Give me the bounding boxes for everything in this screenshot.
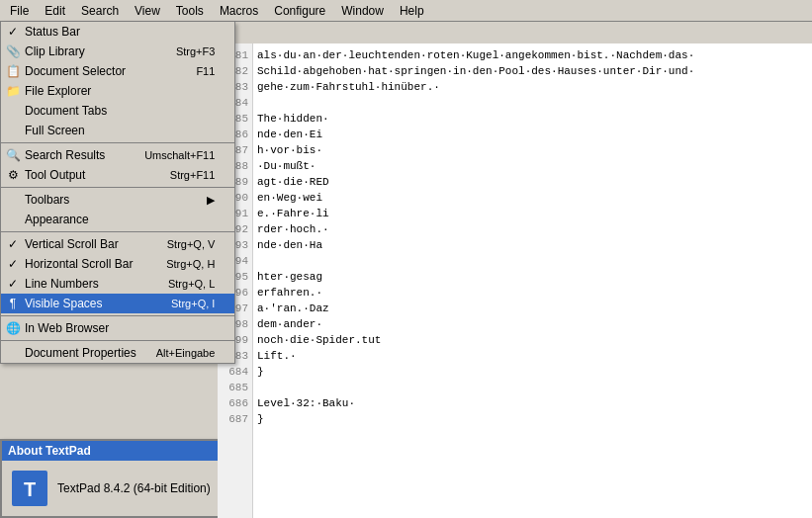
menu-window[interactable]: Window <box>333 2 392 20</box>
menubar: File Edit Search View Tools Macros Confi… <box>0 0 812 22</box>
menu-item-document-selector[interactable]: 📋 Document Selector F11 <box>1 61 234 81</box>
menu-sep-5 <box>1 340 234 341</box>
menu-shortcut: Strg+Q, L <box>168 278 215 290</box>
menu-shortcut: F11 <box>196 65 215 77</box>
editor-line: Schild·abgehoben·hat·springen·in·den·Poo… <box>257 63 808 79</box>
editor-line: nde·den·Ei <box>257 127 808 142</box>
editor-line: nde·den·Ha <box>257 237 808 253</box>
menu-item-label: Full Screen <box>25 124 85 137</box>
menu-item-label: Horizontal Scroll Bar <box>25 257 133 271</box>
view-dropdown-menu: ✓ Status Bar 📎 Clip Library Strg+F3 📋 Do… <box>0 22 235 364</box>
menu-item-label: Document Tabs <box>25 104 107 118</box>
menu-item-label: Appearance <box>25 213 89 226</box>
editor-line: agt·die·RED <box>257 174 808 190</box>
menu-item-document-properties[interactable]: Document Properties Alt+Eingabe <box>1 343 234 363</box>
editor-line: } <box>257 411 808 427</box>
doc-sel-icon: 📋 <box>5 63 21 79</box>
menu-item-label: File Explorer <box>25 84 91 98</box>
menu-sep-3 <box>1 231 234 232</box>
menu-item-label: In Web Browser <box>25 321 109 335</box>
menu-item-label: Search Results <box>25 148 105 162</box>
menu-item-label: Document Selector <box>25 64 126 78</box>
menu-item-visible-spaces[interactable]: ¶ Visible Spaces Strg+Q, I <box>1 294 234 313</box>
tool-output-icon: ⚙ <box>5 167 21 183</box>
check-icon: ✓ <box>5 256 21 272</box>
editor-line <box>257 253 808 269</box>
check-icon: ✓ <box>5 24 21 40</box>
browser-icon: 🌐 <box>5 320 21 336</box>
search-results-icon: 🔍 <box>5 147 21 163</box>
menu-sep-1 <box>1 142 234 143</box>
svg-text:T: T <box>24 478 36 500</box>
editor-area: 6816826836846856866876886896906916926936… <box>218 43 812 518</box>
editor-line <box>257 380 808 395</box>
menu-shortcut: Strg+Q, H <box>166 258 215 270</box>
menu-configure[interactable]: Configure <box>266 2 333 20</box>
menu-shortcut: Strg+Q, V <box>167 238 216 250</box>
check-icon: ✓ <box>5 236 21 252</box>
menu-item-line-numbers[interactable]: ✓ Line Numbers Strg+Q, L <box>1 274 234 294</box>
editor-line: e.·Fahre·li <box>257 206 808 221</box>
menu-help[interactable]: Help <box>392 2 432 20</box>
menu-item-label: Status Bar <box>25 25 80 39</box>
editor-line: } <box>257 364 808 380</box>
menu-item-file-explorer[interactable]: 📁 File Explorer <box>1 81 234 101</box>
menu-item-tool-output[interactable]: ⚙ Tool Output Strg+F11 <box>1 165 234 185</box>
editor-line: hter·gesag <box>257 269 808 285</box>
menu-view[interactable]: View <box>127 2 168 20</box>
menu-macros[interactable]: Macros <box>212 2 266 20</box>
editor-line: ·Du·mußt· <box>257 158 808 174</box>
menu-item-label: Vertical Scroll Bar <box>25 237 119 251</box>
menu-item-clip-library[interactable]: 📎 Clip Library Strg+F3 <box>1 42 234 61</box>
menu-sep-4 <box>1 315 234 316</box>
editor-line: dem·ander· <box>257 316 808 332</box>
about-text: TextPad 8.4.2 (64-bit Edition) <box>57 481 211 495</box>
menu-file[interactable]: File <box>2 2 37 20</box>
editor-line: h·vor·bis· <box>257 142 808 158</box>
menu-item-vertical-scroll[interactable]: ✓ Vertical Scroll Bar Strg+Q, V <box>1 234 234 254</box>
folder-icon: 📁 <box>5 83 21 99</box>
editor-line: en·Weg·wei <box>257 190 808 206</box>
editor-line <box>257 95 808 111</box>
editor-line: gehe·zum·Fahrstuhl·hinüber.· <box>257 79 808 95</box>
menu-item-toolbars[interactable]: Toolbars ▶ <box>1 190 234 210</box>
menu-item-label: Document Properties <box>25 346 136 360</box>
editor-line: als·du·an·der·leuchtenden·roten·Kugel·an… <box>257 47 808 63</box>
menu-item-full-screen[interactable]: Full Screen <box>1 121 234 140</box>
menu-edit[interactable]: Edit <box>37 2 73 20</box>
menu-item-appearance[interactable]: Appearance <box>1 210 234 229</box>
menu-item-document-tabs[interactable]: Document Tabs <box>1 101 234 121</box>
menu-item-label: Clip Library <box>25 44 85 58</box>
menu-shortcut: Umschalt+F11 <box>144 149 215 161</box>
menu-search[interactable]: Search <box>73 2 127 20</box>
clip-icon: 📎 <box>5 43 21 59</box>
editor-line: rder·hoch.· <box>257 221 808 237</box>
menu-item-label: Tool Output <box>25 168 85 182</box>
menu-item-search-results[interactable]: 🔍 Search Results Umschalt+F11 <box>1 145 234 165</box>
editor-line: The·hidden· <box>257 111 808 127</box>
editor-line: erfahren.· <box>257 285 808 301</box>
menu-item-label: Line Numbers <box>25 277 99 291</box>
visible-spaces-icon: ¶ <box>5 296 21 311</box>
editor-line: a·'ran.·Daz <box>257 301 808 316</box>
menu-sep-2 <box>1 187 234 188</box>
editor-content[interactable]: als·du·an·der·leuchtenden·roten·Kugel·an… <box>253 43 812 518</box>
check-icon: ✓ <box>5 276 21 292</box>
menu-shortcut: Alt+Eingabe <box>156 347 216 359</box>
menu-item-label: Visible Spaces <box>25 297 103 310</box>
editor-line: Level·32:·Baku· <box>257 395 808 411</box>
menu-tools[interactable]: Tools <box>168 2 212 20</box>
editor-line: noch·die·Spider.tut <box>257 332 808 348</box>
editor-line: Lift.· <box>257 348 808 364</box>
menu-shortcut: Strg+Q, I <box>171 298 215 309</box>
textpad-logo-icon: T <box>12 471 47 506</box>
about-icon: T <box>10 469 49 508</box>
submenu-arrow: ▶ <box>207 194 215 207</box>
menu-shortcut: Strg+F11 <box>170 169 216 181</box>
menu-item-label: Toolbars <box>25 193 69 207</box>
menu-item-in-web-browser[interactable]: 🌐 In Web Browser <box>1 318 234 338</box>
menu-item-horizontal-scroll[interactable]: ✓ Horizontal Scroll Bar Strg+Q, H <box>1 254 234 274</box>
about-title: About TextPad <box>8 444 91 458</box>
menu-item-status-bar[interactable]: ✓ Status Bar <box>1 22 234 42</box>
menu-shortcut: Strg+F3 <box>176 45 215 57</box>
